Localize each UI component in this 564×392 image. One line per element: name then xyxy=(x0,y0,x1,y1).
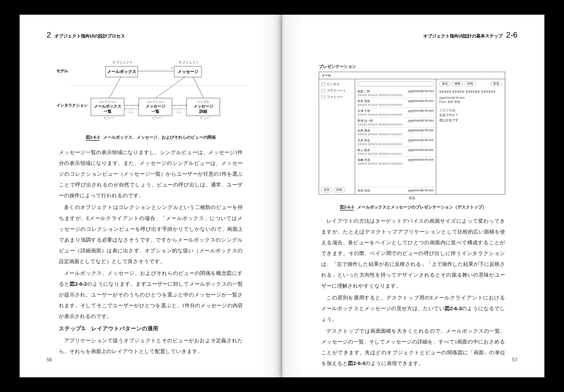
figure-caption-2-6-2: 図2-6-2 メールボックス、メッセージ、およびそれらのビューの関係 xyxy=(59,133,243,142)
search-input[interactable]: ⌕ xyxy=(357,81,434,86)
view-message-list: コレクション メッセージ一覧 xyxy=(139,98,172,116)
layer-divider xyxy=(71,85,248,86)
message-row[interactable]: 近野 康成yyyy/mm/dd hh:mmXXXXX XXXXX XXXXXX … xyxy=(355,127,436,137)
mailbox-label: ファミリー xyxy=(327,95,343,99)
reply-button[interactable]: 返信 xyxy=(439,81,451,86)
object-mailbox: メールボックス xyxy=(105,66,138,77)
add-button[interactable]: 追加 xyxy=(321,187,332,192)
svg-line-1 xyxy=(109,76,121,98)
message-row[interactable]: 今津 千尋yyyy/mm/dd hh:mmXXXXX XXXXX XXXXXX … xyxy=(355,108,436,117)
running-head-left: 2 オブジェクト指向UIの設計プロセス xyxy=(47,30,125,40)
mailbox-icon xyxy=(321,89,325,92)
mailbox-label: ビジネス xyxy=(327,82,340,86)
mailbox-icon xyxy=(321,82,325,86)
mailbox-label: プライベート xyxy=(327,88,346,93)
page-number-right: 57 xyxy=(512,357,517,363)
body-paragraph: 多くのオブジェクトはコレクションとシングルという二種類のビューを持ちますが、Eメ… xyxy=(59,202,243,267)
running-head-right: オブジェクト指向UI設計の基本ステップ 2-6 xyxy=(423,30,517,40)
section-title: オブジェクト指向UI設計の基本ステップ xyxy=(423,33,503,39)
message-from: From: 田所 智裕 xyxy=(439,100,502,104)
body-paragraph: メッセージ一覧の表示領域になりますし、シングルビューは、メッセージ1件分の表示領… xyxy=(59,147,243,201)
figure-2-6-2: モデル インタラクション オブジェクト オブジェクト メールボックス メッセージ… xyxy=(56,54,248,122)
message-row[interactable]: 野津 信一郎yyyy/mm/dd hh:mmXXXXX XXXXX XXXXXX… xyxy=(355,117,436,127)
body-paragraph: アプリケーションで扱うオブジェクトとそのビューがおおよそ定義されたら、それらを画… xyxy=(59,335,243,357)
section-number: 2-6 xyxy=(506,30,517,40)
body-paragraph: メールボックス、メッセージ、およびそれらのビューの関係を概念図にすると図2-6-… xyxy=(59,268,243,322)
figure-2-6-3: プレゼンテーション メール ビジネスプライベートファミリー 追加 削除 ⌕ xyxy=(319,64,505,200)
message-row[interactable]: 田所 智裕yyyy/mm/dd hh:mmXXXXX XXXXX XXXXXX … xyxy=(355,98,436,108)
mock-window: メール ビジネスプライベートファミリー 追加 削除 ⌕ 稲葉 二郎yyyy/mm… xyxy=(319,72,505,195)
window-titlebar: メール xyxy=(319,72,505,79)
body-paragraph: この原則を適用すると、デスクトップ用のEメールクライアントにおけるメールボックス… xyxy=(321,292,505,325)
object-label-1: オブジェクト xyxy=(110,60,135,65)
heading-step3: ステップ3. レイアウトパターンの適用 xyxy=(59,323,243,334)
view-message-detail: シングル メッセージ詳細 xyxy=(186,98,220,116)
body-paragraph: レイアウトの方法はターゲットデバイスの画面サイズによって変わってきますが、たとえ… xyxy=(321,216,505,291)
chapter-number: 2 xyxy=(47,30,51,40)
mailbox-item[interactable]: ビジネス xyxy=(321,81,353,87)
figure-heading: プレゼンテーション xyxy=(319,64,505,69)
mailbox-icon xyxy=(321,95,325,99)
nav-label-2: ナビゲーション xyxy=(172,107,186,114)
view-label-1: ビュー xyxy=(104,116,114,120)
viewport: 2 オブジェクト指向UIの設計プロセス モデル インタラクション オブジェクト xyxy=(0,0,564,392)
view-type: シングル xyxy=(187,100,220,104)
book-spread: 2 オブジェクト指向UIの設計プロセス モデル インタラクション オブジェクト xyxy=(20,15,544,377)
mailbox-item[interactable]: プライベート xyxy=(321,87,353,94)
mailbox-pane: ビジネスプライベートファミリー 追加 削除 xyxy=(319,79,355,194)
view-type: コレクション xyxy=(139,100,172,104)
view-label-3: ビュー xyxy=(200,116,210,120)
mailbox-item[interactable]: ファミリー xyxy=(321,94,353,100)
list-more-row: 本村 信也 yyyy/mm/dd hh:mm xyxy=(355,187,436,194)
svg-line-3 xyxy=(193,76,204,98)
page-number-left: 56 xyxy=(47,357,52,363)
view-type: コレクション xyxy=(91,100,124,104)
message-list-pane: ⌕ 稲葉 二郎yyyy/mm/dd hh:mmXXXXX XXXXX XXXXX… xyxy=(355,79,436,194)
view-mailbox-list: コレクション メールボックス一覧 xyxy=(91,98,124,116)
row-label-model: モデル xyxy=(56,68,68,74)
message-row[interactable]: 畔上 俊英yyyy/mm/dd hh:mmXXXXX XXXXX XXXXXX … xyxy=(355,147,436,157)
row-label-interaction: インタラクション xyxy=(56,103,88,108)
message-subject: XXXXX XXXXX XXXXXX XXXXXX xyxy=(439,90,502,94)
message-detail-pane: 返信 移動 削除 新規 XXXXX XXXXX XXXXXX XXXXXX yy… xyxy=(436,79,505,194)
page-right: オブジェクト指向UI設計の基本ステップ 2-6 プレゼンテーション メール ビジ… xyxy=(282,15,544,377)
body-paragraph: デスクトップでは画面面積を大きくとれるので、メールボックスの一覧、メッセージの一… xyxy=(321,326,505,369)
new-button[interactable]: 新規 xyxy=(491,81,502,86)
message-body: こんにちは。 元気ですか？ 僕は元気です。 xyxy=(439,108,502,123)
page-left: 2 オブジェクト指向UIの設計プロセス モデル インタラクション オブジェクト xyxy=(20,15,282,377)
delete-button[interactable]: 削除 xyxy=(465,81,476,86)
move-button[interactable]: 移動 xyxy=(452,81,463,86)
multiplicity-star: * xyxy=(171,67,172,70)
message-row[interactable]: 池亀 芳彦yyyy/mm/dd hh:mmXXXXX XXXXX XXXXXX … xyxy=(355,157,436,166)
figure-caption-2-6-3: 図2-6-3 メールボックスとメッセージのプレゼンテーション（デスクトップ） xyxy=(321,203,505,212)
object-label-2: オブジェクト xyxy=(177,60,201,65)
svg-line-2 xyxy=(156,76,186,98)
message-row[interactable]: 元本 英生yyyy/mm/dd hh:mmXXXXX XXXXX XXXXXX … xyxy=(355,137,436,147)
object-message: メッセージ xyxy=(174,66,202,77)
view-label-2: ビュー xyxy=(152,116,162,120)
chapter-title: オブジェクト指向UIの設計プロセス xyxy=(55,33,125,39)
delete-button[interactable]: 削除 xyxy=(334,187,345,192)
message-date: yyyy/mm/dd hh:mm xyxy=(439,96,502,99)
message-row[interactable]: 稲葉 二郎yyyy/mm/dd hh:mmXXXXX XXXXX XXXXXX … xyxy=(355,88,436,98)
nav-label-1: ナビゲーション xyxy=(125,107,138,114)
